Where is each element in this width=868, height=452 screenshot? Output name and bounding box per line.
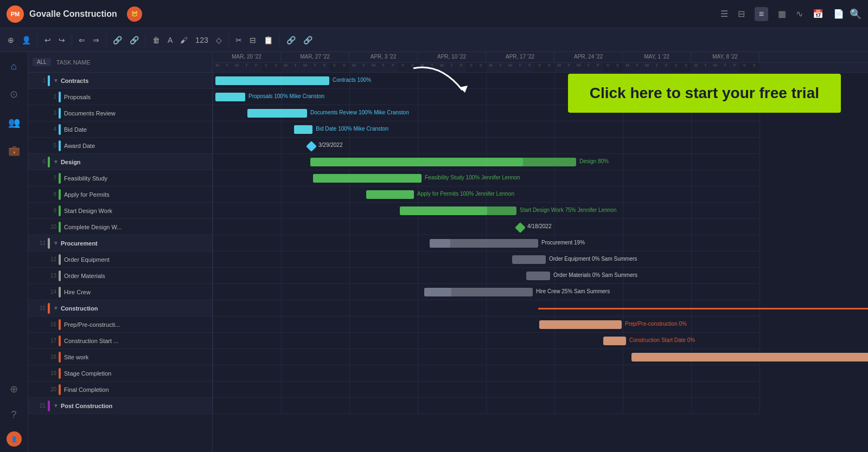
gantt-row[interactable] xyxy=(213,382,760,398)
link-btn[interactable]: 🔗 xyxy=(110,34,125,47)
doc-icon[interactable]: 📄 xyxy=(833,9,844,19)
gantt-row[interactable] xyxy=(213,300,760,317)
unlink-btn[interactable]: 🔗 xyxy=(126,34,142,47)
gantt-bar-progress xyxy=(215,76,329,85)
task-row[interactable]: 20Final Completion xyxy=(28,382,212,398)
task-row[interactable]: 9Start Design Work xyxy=(28,203,212,219)
gantt-grid-line xyxy=(213,284,213,300)
gantt-view-icon[interactable]: ≡ xyxy=(755,7,768,21)
task-row[interactable]: 8Apply for Permits xyxy=(28,186,212,203)
baseline-btn[interactable]: 🔗 xyxy=(283,34,299,47)
gantt-bar[interactable] xyxy=(512,255,546,264)
nav-time-icon[interactable]: ⊙ xyxy=(7,85,21,104)
add-task-btn[interactable]: ⊕ xyxy=(4,34,17,47)
indent-btn[interactable]: ⇒ xyxy=(90,34,103,47)
gantt-row[interactable]: Bid Date 100% Mike Cranston xyxy=(213,121,760,138)
gantt-row[interactable]: Hire Crew 25% Sam Summers xyxy=(213,284,760,300)
delete-btn[interactable]: 🗑 xyxy=(149,34,163,47)
task-row[interactable]: 6▼ Design xyxy=(28,154,212,170)
task-row[interactable]: 3Documents Review xyxy=(28,105,212,121)
gantt-row[interactable] xyxy=(213,349,760,365)
gantt-bar[interactable] xyxy=(215,93,245,101)
nav-help-icon[interactable]: ? xyxy=(8,406,20,424)
task-row[interactable]: 16Prep/Pre-constructi... xyxy=(28,317,212,333)
gantt-row[interactable]: Prep/Pre-construction 0% xyxy=(213,317,760,333)
task-row[interactable]: 18Site work xyxy=(28,349,212,365)
all-button[interactable]: ALL xyxy=(33,58,51,66)
gantt-bar[interactable] xyxy=(603,337,626,345)
expand-icon[interactable]: ▼ xyxy=(53,159,59,165)
critical-path-btn[interactable]: 🔗 xyxy=(300,34,316,47)
expand-icon[interactable]: ▼ xyxy=(53,240,59,246)
diamond-btn[interactable]: ◇ xyxy=(213,34,225,47)
nav-home-icon[interactable]: ⌂ xyxy=(8,57,20,75)
chart-icon[interactable]: ∿ xyxy=(796,9,803,19)
gantt-bar[interactable] xyxy=(247,109,307,118)
nav-add-icon[interactable]: ⊕ xyxy=(7,380,21,398)
outdent-btn[interactable]: ⇐ xyxy=(75,34,88,47)
task-row[interactable]: 21▼ Post Construction xyxy=(28,398,212,414)
gantt-bar[interactable] xyxy=(294,125,312,134)
text-btn[interactable]: A xyxy=(164,34,176,47)
gantt-row[interactable]: 3/29/2022 xyxy=(213,138,760,154)
task-row[interactable]: 11▼ Procurement xyxy=(28,235,212,251)
task-row[interactable]: 5Award Date xyxy=(28,138,212,154)
gantt-row[interactable]: Design 80% xyxy=(213,154,760,170)
redo-btn[interactable]: ↪ xyxy=(55,34,68,47)
nav-people-icon[interactable]: 👥 xyxy=(5,113,23,132)
gantt-bar[interactable] xyxy=(526,272,550,280)
expand-icon[interactable]: ▼ xyxy=(53,305,59,311)
gantt-bar[interactable] xyxy=(366,190,414,199)
expand-icon[interactable]: ▼ xyxy=(53,78,59,83)
search-icon[interactable]: 🔍 xyxy=(850,8,861,20)
paste-btn[interactable]: 📋 xyxy=(260,34,276,47)
free-trial-banner[interactable]: Click here to start your free trial xyxy=(568,74,841,113)
gantt-bar[interactable] xyxy=(215,76,329,85)
gantt-row[interactable]: Procurement 19% xyxy=(213,235,760,251)
undo-btn[interactable]: ↩ xyxy=(41,34,54,47)
task-row[interactable]: 7Feasibility Study xyxy=(28,170,212,186)
nav-work-icon[interactable]: 💼 xyxy=(5,141,23,160)
gantt-row[interactable]: Start Design Work 75% Jennifer Lennon xyxy=(213,203,760,219)
paint-btn[interactable]: 🖌 xyxy=(177,34,191,47)
user-avatar[interactable]: 👤 xyxy=(7,431,22,447)
gantt-row[interactable]: Construction Start Date 0% xyxy=(213,333,760,349)
number-btn[interactable]: 123 xyxy=(192,34,211,47)
calendar-icon[interactable]: 📅 xyxy=(813,9,824,19)
gantt-grid-line xyxy=(623,186,623,202)
gantt-row[interactable]: Feasibility Study 100% Jennifer Lennon xyxy=(213,170,760,186)
gantt-grid-line xyxy=(623,317,623,332)
gantt-bar[interactable] xyxy=(310,158,576,166)
gantt-row[interactable] xyxy=(213,365,760,382)
gantt-area[interactable]: Click here to start your free trial MAR,… xyxy=(213,52,868,452)
table-icon[interactable]: ▦ xyxy=(778,9,786,19)
task-row[interactable]: 13Order Materials xyxy=(28,268,212,284)
task-row[interactable]: 2Proposals xyxy=(28,89,212,105)
cut-btn[interactable]: ✂ xyxy=(232,34,245,47)
task-row[interactable]: 19Stage Completion xyxy=(28,365,212,382)
task-row[interactable]: 10Complete Design W... xyxy=(28,219,212,235)
gantt-bar[interactable] xyxy=(424,288,533,296)
gantt-row[interactable]: Order Materials 0% Sam Summers xyxy=(213,268,760,284)
add-person-btn[interactable]: 👤 xyxy=(18,34,34,47)
gantt-row[interactable]: Order Equipment 0% Sam Summers xyxy=(213,251,760,268)
columns-icon[interactable]: ⊟ xyxy=(738,9,745,19)
gantt-bar[interactable] xyxy=(313,174,422,183)
gantt-row[interactable] xyxy=(213,398,760,414)
task-row[interactable]: 14Hire Crew xyxy=(28,284,212,300)
gantt-bar[interactable] xyxy=(400,206,516,215)
task-row[interactable]: 12Order Equipment xyxy=(28,251,212,268)
task-row[interactable]: 15▼ Construction xyxy=(28,300,212,317)
expand-icon[interactable]: ▼ xyxy=(53,403,59,409)
list-view-icon[interactable]: ☰ xyxy=(720,9,728,19)
task-row[interactable]: 4Bid Date xyxy=(28,121,212,138)
copy-btn[interactable]: ⊟ xyxy=(246,34,259,47)
task-row[interactable]: 1▼ Contracts xyxy=(28,73,212,89)
task-row[interactable]: 17Construction Start ... xyxy=(28,333,212,349)
task-color-bar xyxy=(48,75,50,86)
gantt-row[interactable]: 4/18/2022 xyxy=(213,219,760,235)
gantt-bar[interactable] xyxy=(539,320,622,329)
gantt-bar[interactable] xyxy=(430,239,538,248)
gantt-bar[interactable] xyxy=(631,353,868,361)
gantt-row[interactable]: Apply for Permits 100% Jennifer Lennon xyxy=(213,186,760,203)
